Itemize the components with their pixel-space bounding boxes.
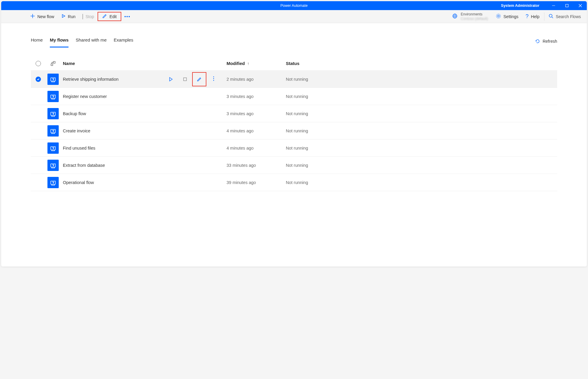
flow-name[interactable]: Retrieve shipping information — [63, 77, 160, 82]
stop-button: Stop — [79, 12, 98, 21]
svg-rect-41 — [51, 164, 55, 167]
svg-point-11 — [496, 14, 501, 18]
search-flows-input[interactable]: Search Flows — [544, 12, 585, 21]
help-button[interactable]: ? Help — [522, 12, 543, 21]
svg-point-24 — [213, 80, 214, 81]
edit-button[interactable]: Edit — [98, 12, 121, 21]
row-run-button[interactable] — [164, 72, 178, 86]
column-header-name[interactable]: Name — [60, 61, 227, 66]
run-label: Run — [68, 14, 76, 19]
run-button[interactable]: Run — [58, 12, 79, 21]
flow-modified: 2 minutes ago — [227, 77, 286, 82]
tab-row: Home My flows Shared with me Examples Re… — [31, 23, 557, 47]
svg-point-10 — [498, 15, 499, 17]
column-header-modified[interactable]: Modified ↑ — [227, 61, 286, 66]
svg-point-23 — [213, 78, 214, 79]
flow-modified: 3 minutes ago — [227, 94, 286, 99]
help-icon: ? — [525, 13, 528, 20]
svg-marker-20 — [170, 77, 172, 81]
table-row[interactable]: Operational flow39 minutes agoNot runnin… — [31, 174, 557, 191]
more-button[interactable]: ••• — [121, 12, 133, 21]
flow-status: Not running — [286, 111, 557, 116]
flow-type-icon — [46, 108, 60, 119]
flow-modified: 4 minutes ago — [227, 129, 286, 133]
tab-shared[interactable]: Shared with me — [76, 35, 106, 47]
flow-modified: 4 minutes ago — [227, 146, 286, 150]
flow-type-icon — [46, 177, 60, 188]
environments-value: Contoso (default) — [461, 17, 488, 21]
svg-rect-16 — [51, 78, 55, 81]
tab-examples[interactable]: Examples — [114, 35, 133, 47]
settings-label: Settings — [503, 14, 519, 19]
table-row[interactable]: Retrieve shipping information2 minutes a… — [31, 71, 557, 88]
svg-point-22 — [213, 77, 214, 77]
stop-icon — [82, 14, 83, 19]
new-flow-button[interactable]: New flow — [27, 12, 58, 21]
flow-type-icon — [46, 160, 60, 171]
tab-home[interactable]: Home — [31, 35, 43, 47]
column-header-status[interactable]: Status — [286, 61, 557, 66]
sort-ascending-icon: ↑ — [247, 61, 249, 66]
svg-rect-45 — [51, 181, 55, 184]
flow-name[interactable]: Register new customer — [63, 94, 227, 99]
row-stop-button[interactable] — [178, 72, 192, 86]
svg-rect-21 — [184, 78, 187, 81]
svg-rect-15 — [53, 61, 55, 63]
table-row[interactable]: Register new customer3 minutes agoNot ru… — [31, 88, 557, 105]
table-row[interactable]: Extract from database33 minutes agoNot r… — [31, 157, 557, 174]
svg-marker-6 — [62, 15, 65, 18]
flow-name[interactable]: Create invoice — [63, 129, 227, 133]
flow-status: Not running — [286, 94, 557, 99]
type-column-icon[interactable] — [46, 61, 60, 66]
globe-icon — [452, 13, 458, 20]
svg-rect-25 — [51, 95, 55, 98]
svg-point-12 — [549, 14, 552, 17]
svg-rect-29 — [51, 112, 55, 115]
content-area: Home My flows Shared with me Examples Re… — [1, 23, 587, 267]
select-all-checkbox[interactable] — [31, 61, 46, 66]
app-title: Power Automate — [281, 4, 308, 8]
flow-type-icon — [46, 74, 60, 85]
pencil-icon — [102, 14, 107, 19]
flows-table: Name Modified ↑ Status Retrieve shipping… — [31, 56, 557, 191]
tab-my-flows[interactable]: My flows — [50, 35, 68, 47]
flow-name[interactable]: Backup flow — [63, 111, 227, 116]
edit-label: Edit — [109, 14, 117, 19]
row-more-button[interactable] — [206, 72, 221, 86]
minimize-icon — [552, 4, 555, 7]
flow-modified: 3 minutes ago — [227, 111, 286, 116]
play-icon — [61, 14, 66, 19]
table-row[interactable]: Create invoice4 minutes agoNot running — [31, 122, 557, 139]
flow-name[interactable]: Operational flow — [63, 180, 227, 185]
flow-modified: 33 minutes ago — [227, 163, 286, 168]
svg-rect-1 — [565, 4, 568, 7]
flow-type-icon — [46, 142, 60, 154]
environments-selector[interactable]: Environments Contoso (default) — [448, 12, 492, 21]
flow-type-icon — [46, 91, 60, 102]
flow-name[interactable]: Find unused files — [63, 146, 227, 150]
row-edit-button[interactable] — [192, 72, 206, 86]
svg-rect-33 — [51, 129, 55, 133]
flow-name[interactable]: Extract from database — [63, 163, 227, 168]
maximize-button[interactable] — [560, 1, 573, 10]
flow-type-icon — [46, 125, 60, 137]
settings-button[interactable]: Settings — [492, 12, 522, 21]
svg-rect-37 — [51, 147, 55, 150]
row-checkbox[interactable] — [31, 77, 46, 82]
flow-status: Not running — [286, 180, 557, 185]
table-header: Name Modified ↑ Status — [31, 56, 557, 71]
more-icon: ••• — [124, 14, 130, 19]
svg-rect-14 — [51, 64, 53, 66]
refresh-label: Refresh — [543, 39, 557, 44]
svg-line-13 — [552, 17, 553, 18]
table-row[interactable]: Backup flow3 minutes agoNot running — [31, 105, 557, 122]
user-label[interactable]: System Administrator — [501, 4, 539, 8]
close-button[interactable] — [573, 1, 587, 10]
table-row[interactable]: Find unused files4 minutes agoNot runnin… — [31, 139, 557, 157]
refresh-button[interactable]: Refresh — [535, 39, 557, 44]
app-window: Power Automate System Administrator New … — [1, 1, 587, 267]
minimize-button[interactable] — [547, 1, 560, 10]
search-icon — [549, 14, 553, 19]
refresh-icon — [535, 39, 540, 44]
flow-status: Not running — [286, 163, 557, 168]
